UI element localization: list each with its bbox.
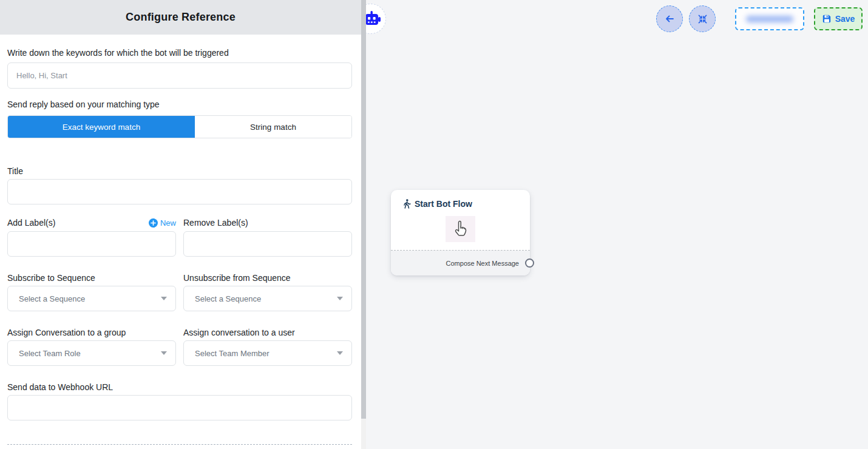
panel-body: Write down the keywords for which the bo… xyxy=(0,48,361,445)
unsubscribe-sequence-value: Select a Sequence xyxy=(195,294,261,303)
matching-type-tabs: Exact keyword match String match xyxy=(7,115,352,138)
connector-handle[interactable] xyxy=(525,258,534,268)
plus-circle-icon xyxy=(149,218,158,228)
assign-group-label: Assign Conversation to a group xyxy=(7,328,176,338)
save-button[interactable]: Save xyxy=(814,7,863,30)
compress-icon xyxy=(697,13,708,25)
hand-cursor-icon xyxy=(453,220,469,238)
subscribe-sequence-label: Subscribe to Sequence xyxy=(7,273,176,283)
start-bot-flow-node[interactable]: Start Bot Flow Compose Next Message xyxy=(391,190,530,275)
panel-scrollbar-thumb[interactable] xyxy=(361,0,366,419)
subscribe-sequence-select[interactable]: Select a Sequence xyxy=(7,286,176,311)
redacted-button[interactable] xyxy=(735,7,804,30)
walking-person-icon xyxy=(403,199,411,209)
add-labels-input[interactable] xyxy=(7,231,176,257)
tab-exact-keyword-match[interactable]: Exact keyword match xyxy=(8,116,195,138)
bot-badge xyxy=(366,4,386,34)
keywords-label: Write down the keywords for which the bo… xyxy=(7,48,352,58)
node-footer: Compose Next Message xyxy=(391,251,530,275)
new-label-text: New xyxy=(160,218,176,228)
webhook-input[interactable] xyxy=(7,395,352,420)
unsubscribe-sequence-label: Unsubscribe from Sequence xyxy=(183,273,352,283)
assign-user-select[interactable]: Select Team Member xyxy=(183,340,352,366)
canvas-toolbar: Save xyxy=(656,5,863,32)
new-label-button[interactable]: New xyxy=(149,218,176,228)
chevron-down-icon xyxy=(337,351,343,355)
unsubscribe-sequence-select[interactable]: Select a Sequence xyxy=(183,286,352,311)
title-input[interactable] xyxy=(7,179,352,204)
save-button-label: Save xyxy=(835,14,855,24)
remove-label-label: Remove Label(s) xyxy=(183,218,248,228)
robot-icon xyxy=(366,11,381,27)
assign-user-value: Select Team Member xyxy=(195,349,270,358)
chevron-down-icon xyxy=(337,297,343,300)
compose-next-message-label: Compose Next Message xyxy=(446,260,519,267)
back-button[interactable] xyxy=(656,5,683,32)
floppy-disk-icon xyxy=(822,14,832,24)
matching-type-label: Send reply based on your matching type xyxy=(7,100,352,110)
keywords-input[interactable] xyxy=(7,62,352,89)
panel-scrollbar-track[interactable] xyxy=(361,0,366,449)
configure-reference-panel: Configure Reference Write down the keywo… xyxy=(0,0,361,449)
fit-view-button[interactable] xyxy=(689,5,716,32)
panel-title: Configure Reference xyxy=(126,11,236,24)
subscribe-sequence-value: Select a Sequence xyxy=(19,294,85,303)
node-header: Start Bot Flow xyxy=(391,190,530,209)
assign-user-label: Assign conversation to a user xyxy=(183,328,352,338)
blurred-label xyxy=(746,16,793,22)
cursor-overlay xyxy=(446,216,475,242)
node-title: Start Bot Flow xyxy=(415,199,472,209)
add-label-label: Add Label(s) xyxy=(7,218,55,228)
panel-header: Configure Reference xyxy=(0,0,361,35)
flow-canvas[interactable]: Save Start Bot Flow Compose Next Message xyxy=(366,0,868,449)
chevron-down-icon xyxy=(161,351,167,355)
assign-group-select[interactable]: Select Team Role xyxy=(7,340,176,366)
title-label: Title xyxy=(7,166,352,177)
remove-labels-input[interactable] xyxy=(183,231,352,257)
assign-group-value: Select Team Role xyxy=(19,349,81,358)
tab-string-match[interactable]: String match xyxy=(195,116,351,138)
back-arrow-icon xyxy=(663,13,676,25)
panel-bottom-divider xyxy=(7,444,352,445)
webhook-label: Send data to Webhook URL xyxy=(7,382,352,393)
chevron-down-icon xyxy=(161,297,167,300)
